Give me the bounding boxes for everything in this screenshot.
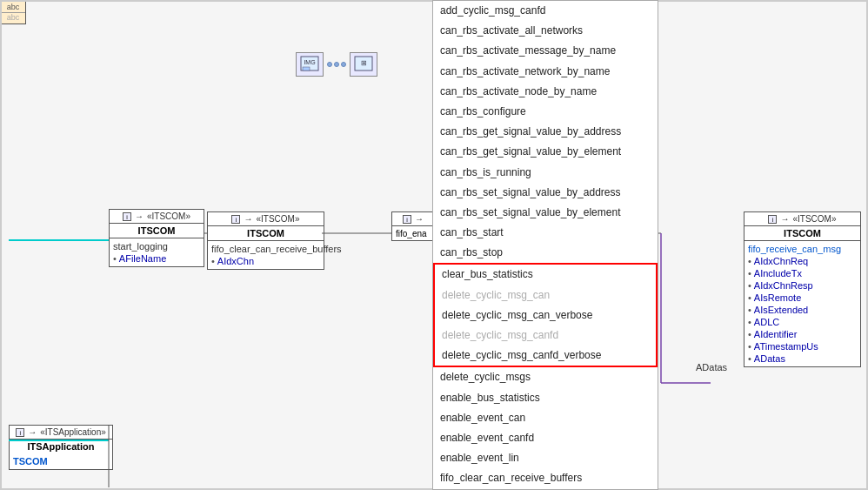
itscom-right-header: i → «ITSCOM»: [744, 212, 860, 226]
fifo-clear-icon: i: [231, 215, 240, 224]
block-start-logging: i → «ITSCOM» ITSCOM start_logging • AFil…: [109, 209, 204, 267]
itscom-right-row-7: • AIdentifier: [748, 328, 857, 340]
dropdown-item-22[interactable]: enable_event_canfd: [433, 428, 658, 448]
itscom-right-p3: AIdxChnResp: [754, 280, 813, 291]
dropdown-item-24[interactable]: fifo_clear_can_receive_buffers: [433, 468, 658, 488]
itscom-right-p5: AIsExtended: [754, 305, 808, 315]
dropdown-item-23[interactable]: enable_event_lin: [433, 448, 658, 468]
toolbar: IMG ⊞: [296, 52, 377, 77]
fifo-clear-param-row: • AIdxChn: [211, 255, 320, 267]
dropdown-item-4[interactable]: can_rbs_activate_network_by_name: [433, 62, 658, 82]
itscom-right-body: fifo_receive_can_msg • AIdxChnReq • AInc…: [744, 241, 860, 366]
itscom-right-row-4: • AIsRemote: [748, 292, 857, 304]
adatas-label: ADatas: [696, 361, 727, 373]
start-logging-header: i → «ITSCOM»: [110, 210, 204, 224]
fifo-enable-arrow: →: [415, 214, 424, 224]
itscom-right-p2: AIncludeTx: [754, 268, 802, 279]
dropdown-item-17[interactable]: delete_cyclic_msg_canfd: [435, 326, 656, 346]
itscom-right-row-5: • AIsExtended: [748, 304, 857, 316]
dropdown-item-21[interactable]: enable_event_can: [433, 408, 658, 428]
dropdown-item-13[interactable]: can_rbs_stop: [433, 243, 658, 263]
dropdown-item-5[interactable]: can_rbs_activate_node_by_name: [433, 82, 658, 102]
dropdown-item-15[interactable]: delete_cyclic_msg_can: [435, 285, 656, 305]
itscom-right-row-1: • AIdxChnReq: [748, 255, 857, 267]
fifo-clear-name-row: ITSCOM: [208, 226, 324, 241]
itsapp-name: ITSApplication: [28, 441, 95, 452]
itscom-right-p7: AIdentifier: [754, 329, 798, 339]
fifo-enable-icon: i: [403, 215, 411, 224]
dropdown-item-14[interactable]: clear_bus_statistics: [435, 265, 656, 285]
red-highlight-box: clear_bus_statisticsdelete_cyclic_msg_ca…: [433, 263, 658, 367]
svg-text:IMG: IMG: [304, 59, 315, 65]
dropdown-item-10[interactable]: can_rbs_set_signal_value_by_address: [433, 183, 658, 203]
dropdown-item-3[interactable]: can_rbs_activate_message_by_name: [433, 41, 658, 61]
itscom-right-row-3: • AIdxChnResp: [748, 279, 857, 292]
fifo-clear-title: fifo_clear_can_receive_buffers: [211, 244, 342, 254]
itscom-right-row-0: fifo_receive_can_msg: [748, 243, 857, 255]
abc-top: abc: [1, 3, 25, 13]
dropdown-item-20[interactable]: enable_bus_statistics: [433, 388, 658, 408]
dropdown-item-18[interactable]: delete_cyclic_msg_canfd_verbose: [435, 346, 656, 366]
block-itscom-right: i → «ITSCOM» ITSCOM fifo_receive_can_msg…: [744, 211, 861, 367]
fifo-clear-dot: •: [211, 256, 215, 266]
toolbar-icon-2[interactable]: ⊞: [350, 52, 377, 77]
fifo-clear-header: i → «ITSCOM»: [208, 212, 324, 226]
start-logging-param-row: • AFileName: [113, 252, 200, 265]
start-logging-param: AFileName: [119, 253, 166, 264]
fifo-clear-arrow: →: [244, 214, 252, 224]
dropdown-item-6[interactable]: can_rbs_configure: [433, 102, 658, 122]
itscom-right-row-6: • ADLC: [748, 316, 857, 328]
itsapp-stereotype: «ITSApplication»: [40, 427, 106, 437]
itsapp-row-tscom: TSCOM: [13, 455, 109, 467]
dropdown-item-1[interactable]: add_cyclic_msg_canfd: [433, 1, 658, 21]
itscom-right-arrow: →: [780, 214, 789, 224]
dropdown-item-7[interactable]: can_rbs_get_signal_value_by_address: [433, 122, 658, 142]
block-fifo-clear: i → «ITSCOM» ITSCOM fifo_clear_can_recei…: [207, 211, 324, 270]
itsapp-icon: i: [16, 428, 24, 437]
dropdown-item-2[interactable]: can_rbs_activate_all_networks: [433, 21, 658, 41]
fifo-clear-title-row: fifo_clear_can_receive_buffers: [211, 243, 320, 255]
itscom-right-class: ITSCOM: [784, 228, 821, 238]
start-logging-title-row: start_logging: [113, 240, 200, 252]
fifo-enable-body: fifo_ena: [392, 226, 434, 240]
dropdown-item-8[interactable]: can_rbs_get_signal_value_by_element: [433, 142, 658, 162]
start-logging-icon: i: [123, 212, 131, 221]
fifo-clear-class: ITSCOM: [247, 228, 284, 238]
itsapp-tscom: TSCOM: [13, 456, 48, 467]
itscom-right-name-row: ITSCOM: [744, 226, 860, 241]
fifo-enable-header: i →: [392, 212, 434, 226]
itscom-right-p6: ADLC: [754, 317, 779, 327]
itscom-right-row-2: • AIncludeTx: [748, 267, 857, 279]
itscom-right-fifo: fifo_receive_can_msg: [748, 244, 841, 254]
dropdown-item-11[interactable]: can_rbs_set_signal_value_by_element: [433, 203, 658, 223]
itsapp-body: TSCOM: [10, 453, 112, 469]
main-canvas: IMG ⊞ i → «ITSApplication» ITSApplicatio…: [0, 0, 868, 490]
fifo-clear-param: AIdxChn: [217, 256, 254, 266]
fifo-clear-stereotype: «ITSCOM»: [256, 214, 299, 224]
dropdown-item-12[interactable]: can_rbs_start: [433, 223, 658, 243]
start-logging-name-row: ITSCOM: [110, 224, 204, 238]
svg-text:⊞: ⊞: [361, 59, 367, 67]
dropdown-item-9[interactable]: can_rbs_is_running: [433, 163, 658, 183]
itscom-right-p4: AIsRemote: [754, 292, 801, 303]
itsapp-header: i → «ITSApplication»: [10, 426, 112, 440]
itscom-right-stereotype: «ITSCOM»: [792, 214, 836, 224]
start-logging-dot: •: [113, 253, 117, 264]
toolbar-connector: [327, 62, 346, 67]
fifo-enable-label: fifo_ena: [396, 229, 427, 238]
dropdown-item-19[interactable]: delete_cyclic_msgs: [433, 367, 658, 387]
itsapp-arrow: →: [28, 427, 37, 437]
itscom-right-row-9: • ADatas: [748, 352, 857, 365]
fifo-clear-body: fifo_clear_can_receive_buffers • AIdxChn: [208, 241, 324, 269]
dropdown-item-16[interactable]: delete_cyclic_msg_can_verbose: [435, 305, 656, 326]
itscom-right-row-8: • ATimestampUs: [748, 340, 857, 352]
dropdown-list[interactable]: add_cyclic_msg_canfdcan_rbs_activate_all…: [432, 0, 658, 490]
itscom-right-p9: ADatas: [754, 353, 785, 364]
toolbar-icon-1[interactable]: IMG: [296, 52, 324, 77]
svg-rect-10: [303, 67, 310, 70]
block-abc: abc abc: [0, 0, 26, 24]
itscom-right-p8: ATimestampUs: [754, 341, 818, 352]
itscom-right-icon: i: [768, 215, 777, 224]
block-fifo-enable: i → fifo_ena: [391, 211, 435, 241]
start-logging-class: ITSCOM: [138, 225, 176, 236]
